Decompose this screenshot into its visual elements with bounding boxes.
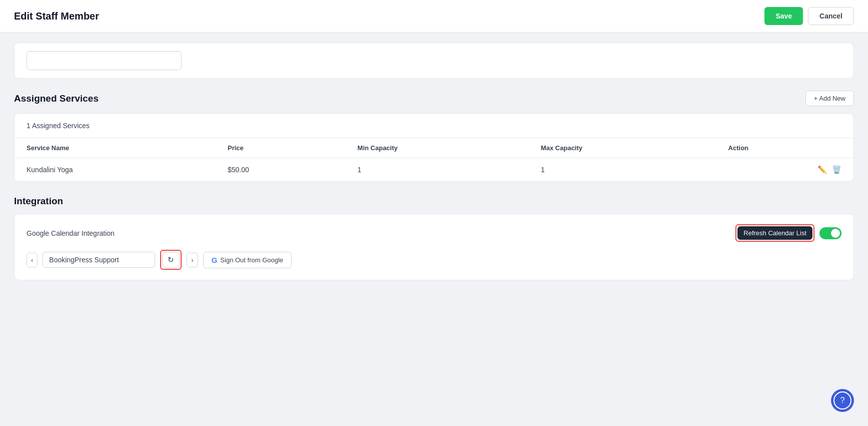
table-row: Kundalini Yoga $50.00 1 1 ✏️ 🗑️ bbox=[15, 158, 853, 182]
google-calendar-row: Google Calendar Integration Refresh Cale… bbox=[27, 224, 841, 242]
th-price: Price bbox=[216, 138, 346, 158]
google-calendar-toggle[interactable] bbox=[819, 227, 841, 239]
partial-card bbox=[14, 43, 854, 79]
td-max-capacity: 1 bbox=[529, 158, 716, 182]
refresh-btn-wrapper: ↻ bbox=[160, 250, 182, 270]
page-title: Edit Staff Member bbox=[14, 11, 99, 22]
th-max-capacity: Max Capacity bbox=[529, 138, 716, 158]
td-action: ✏️ 🗑️ bbox=[716, 158, 853, 182]
td-price: $50.00 bbox=[216, 158, 346, 182]
td-min-capacity: 1 bbox=[346, 158, 529, 182]
services-card: 1 Assigned Services Service Name Price M… bbox=[14, 113, 854, 182]
cancel-button[interactable]: Cancel bbox=[808, 7, 854, 25]
google-icon: G bbox=[212, 256, 218, 264]
save-button[interactable]: Save bbox=[764, 7, 803, 25]
google-calendar-label: Google Calendar Integration bbox=[27, 229, 115, 237]
help-button[interactable]: ? bbox=[831, 389, 854, 412]
assigned-services-section-header: Assigned Services + Add New bbox=[14, 91, 854, 106]
refresh-calendar-button[interactable]: ↻ bbox=[162, 252, 180, 268]
refresh-tooltip: Refresh Calendar List bbox=[737, 226, 812, 240]
main-content: Assigned Services + Add New 1 Assigned S… bbox=[0, 33, 868, 302]
chevron-left-btn[interactable]: ‹ bbox=[27, 253, 38, 267]
table-header-row: Service Name Price Min Capacity Max Capa… bbox=[15, 138, 853, 158]
calendar-select-row: ‹ ↻ › G Sign Out from Google bbox=[27, 250, 841, 270]
integration-card: Google Calendar Integration Refresh Cale… bbox=[14, 214, 854, 280]
partial-input[interactable] bbox=[27, 51, 182, 70]
integration-title: Integration bbox=[14, 196, 63, 207]
page-header: Edit Staff Member Save Cancel bbox=[0, 0, 868, 33]
integration-section-header: Integration bbox=[14, 196, 854, 207]
refresh-tooltip-wrapper: Refresh Calendar List bbox=[735, 224, 814, 242]
edit-icon[interactable]: ✏️ bbox=[817, 165, 827, 174]
calendar-select-input[interactable] bbox=[43, 252, 155, 268]
header-actions: Save Cancel bbox=[764, 7, 854, 25]
th-min-capacity: Min Capacity bbox=[346, 138, 529, 158]
th-action: Action bbox=[716, 138, 853, 158]
chevron-right-btn[interactable]: › bbox=[187, 253, 198, 267]
add-new-button[interactable]: + Add New bbox=[805, 91, 854, 106]
assigned-services-title: Assigned Services bbox=[14, 93, 99, 104]
integration-right: Refresh Calendar List bbox=[735, 224, 841, 242]
services-count: 1 Assigned Services bbox=[15, 114, 853, 138]
services-table: Service Name Price Min Capacity Max Capa… bbox=[15, 138, 853, 181]
action-icons: ✏️ 🗑️ bbox=[728, 165, 841, 174]
th-service-name: Service Name bbox=[15, 138, 216, 158]
help-icon: ? bbox=[833, 391, 851, 409]
delete-icon[interactable]: 🗑️ bbox=[832, 165, 841, 174]
sign-out-label: Sign Out from Google bbox=[220, 256, 283, 264]
td-service-name: Kundalini Yoga bbox=[15, 158, 216, 182]
sign-out-button[interactable]: G Sign Out from Google bbox=[203, 252, 292, 268]
